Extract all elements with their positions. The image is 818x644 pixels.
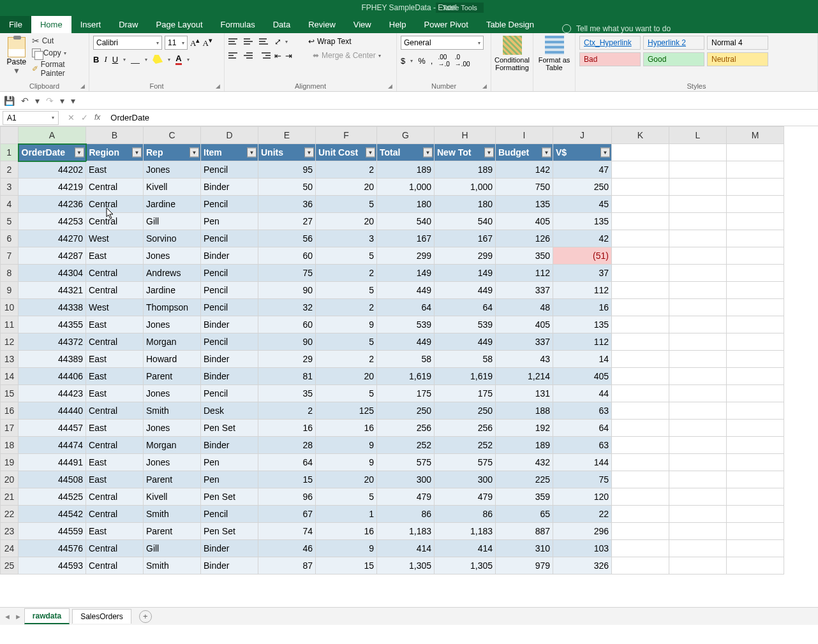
cell[interactable]: Gill bbox=[144, 213, 201, 230]
cell[interactable]: 48 bbox=[496, 299, 553, 316]
cell[interactable] bbox=[727, 213, 784, 230]
cell[interactable]: East bbox=[86, 161, 144, 179]
cell[interactable]: Jardine bbox=[144, 282, 201, 299]
filter-dropdown-icon[interactable]: ▼ bbox=[132, 148, 142, 157]
undo-button[interactable]: ↶ bbox=[21, 96, 29, 106]
cell[interactable] bbox=[727, 437, 784, 454]
cell[interactable] bbox=[612, 420, 669, 437]
row-header-16[interactable]: 16 bbox=[1, 402, 19, 420]
cell[interactable]: 167 bbox=[377, 230, 435, 247]
column-header-M[interactable]: M bbox=[727, 127, 784, 144]
cell[interactable]: 56 bbox=[258, 230, 316, 247]
style-ctx-hyperlink[interactable]: Ctx_Hyperlink bbox=[579, 36, 641, 50]
cell[interactable] bbox=[612, 385, 669, 402]
column-header-D[interactable]: D bbox=[201, 127, 258, 144]
cell[interactable]: 9 bbox=[316, 540, 377, 557]
cell[interactable]: 1,305 bbox=[435, 557, 496, 574]
table-header-cell[interactable]: Rep▼ bbox=[144, 144, 201, 161]
orientation-button[interactable]: ⤢ bbox=[274, 37, 281, 47]
cell[interactable]: Pen Set bbox=[201, 523, 258, 540]
cell[interactable]: Pen bbox=[201, 454, 258, 471]
cell[interactable]: 1,183 bbox=[377, 523, 435, 540]
cell[interactable]: Pencil bbox=[201, 506, 258, 523]
column-header-G[interactable]: G bbox=[377, 127, 435, 144]
filter-dropdown-icon[interactable]: ▼ bbox=[423, 148, 433, 157]
cell[interactable]: 449 bbox=[435, 333, 496, 351]
cell[interactable] bbox=[727, 179, 784, 196]
row-header-3[interactable]: 3 bbox=[1, 179, 19, 196]
cell[interactable] bbox=[612, 161, 669, 179]
cell[interactable]: 44219 bbox=[19, 179, 86, 196]
cell[interactable] bbox=[727, 506, 784, 523]
cell[interactable]: Thompson bbox=[144, 299, 201, 316]
cell[interactable]: 45 bbox=[553, 196, 612, 213]
cell[interactable]: Pen bbox=[201, 471, 258, 488]
cell[interactable]: Pencil bbox=[201, 282, 258, 299]
cell[interactable]: Morgan bbox=[144, 333, 201, 351]
cell[interactable]: Morgan bbox=[144, 437, 201, 454]
cell[interactable]: Parent bbox=[144, 523, 201, 540]
cell[interactable] bbox=[727, 402, 784, 420]
tab-formulas[interactable]: Formulas bbox=[212, 16, 264, 33]
table-header-cell[interactable]: Units▼ bbox=[258, 144, 316, 161]
cell[interactable]: East bbox=[86, 368, 144, 385]
redo-button[interactable]: ↷ bbox=[46, 96, 54, 106]
cell[interactable]: 44355 bbox=[19, 316, 86, 333]
row-header-25[interactable]: 25 bbox=[1, 557, 19, 574]
cell[interactable] bbox=[612, 523, 669, 540]
cell[interactable]: 750 bbox=[496, 179, 553, 196]
cell[interactable]: Binder bbox=[201, 368, 258, 385]
cell[interactable]: Binder bbox=[201, 540, 258, 557]
conditional-formatting-button[interactable]: Conditional Formatting bbox=[491, 33, 533, 91]
cell[interactable]: 15 bbox=[316, 557, 377, 574]
cell[interactable]: 20 bbox=[316, 368, 377, 385]
number-format-dropdown[interactable]: General▾ bbox=[401, 36, 484, 50]
cell[interactable]: 44508 bbox=[19, 471, 86, 488]
filter-dropdown-icon[interactable]: ▼ bbox=[304, 148, 314, 157]
cell[interactable]: 32 bbox=[258, 299, 316, 316]
cell[interactable] bbox=[669, 230, 727, 247]
cell[interactable]: 180 bbox=[435, 196, 496, 213]
table-header-cell[interactable]: Unit Cost▼ bbox=[316, 144, 377, 161]
cell[interactable] bbox=[727, 161, 784, 179]
percent-button[interactable]: % bbox=[418, 56, 426, 66]
dialog-launcher-icon[interactable]: ◢ bbox=[216, 83, 222, 89]
cell[interactable] bbox=[669, 523, 727, 540]
row-header-13[interactable]: 13 bbox=[1, 351, 19, 368]
column-header-H[interactable]: H bbox=[435, 127, 496, 144]
cell[interactable]: 86 bbox=[435, 506, 496, 523]
cell[interactable] bbox=[727, 299, 784, 316]
cell[interactable]: 142 bbox=[496, 161, 553, 179]
cell[interactable]: 44457 bbox=[19, 420, 86, 437]
cell[interactable]: 90 bbox=[258, 282, 316, 299]
row-header-7[interactable]: 7 bbox=[1, 247, 19, 265]
cell[interactable] bbox=[727, 540, 784, 557]
cell[interactable]: 15 bbox=[258, 471, 316, 488]
tab-insert[interactable]: Insert bbox=[71, 16, 110, 33]
style-good[interactable]: Good bbox=[643, 52, 704, 66]
cell[interactable]: 60 bbox=[258, 316, 316, 333]
cell[interactable]: 64 bbox=[377, 299, 435, 316]
format-as-table-button[interactable]: Format as Table bbox=[533, 33, 576, 91]
cell[interactable]: East bbox=[86, 420, 144, 437]
column-header-C[interactable]: C bbox=[144, 127, 201, 144]
cell[interactable]: 14 bbox=[553, 351, 612, 368]
row-header-20[interactable]: 20 bbox=[1, 471, 19, 488]
cell[interactable]: 1,214 bbox=[496, 368, 553, 385]
align-left-button[interactable] bbox=[228, 50, 240, 61]
cell[interactable]: Kivell bbox=[144, 488, 201, 506]
increase-indent-button[interactable]: ⇥ bbox=[285, 51, 292, 61]
cell[interactable]: 175 bbox=[377, 385, 435, 402]
wrap-text-button[interactable]: ↩Wrap Text bbox=[308, 37, 352, 46]
cell[interactable]: 5 bbox=[316, 282, 377, 299]
cell[interactable]: 20 bbox=[316, 213, 377, 230]
cell[interactable]: Parent bbox=[144, 471, 201, 488]
cell[interactable] bbox=[669, 144, 727, 161]
cell[interactable]: 86 bbox=[377, 506, 435, 523]
cell[interactable]: 479 bbox=[377, 488, 435, 506]
cell[interactable]: Binder bbox=[201, 351, 258, 368]
tab-power-pivot[interactable]: Power Pivot bbox=[415, 16, 477, 33]
tab-review[interactable]: Review bbox=[299, 16, 345, 33]
style-bad[interactable]: Bad bbox=[579, 52, 641, 66]
cell[interactable]: 5 bbox=[316, 247, 377, 265]
